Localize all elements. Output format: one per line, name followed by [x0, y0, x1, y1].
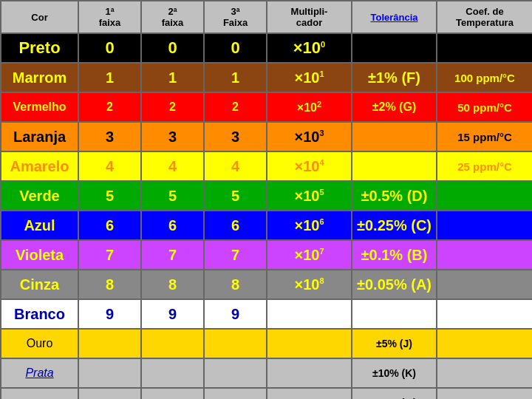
value-v2-vermelho: 2 — [141, 92, 204, 122]
tolerancia-ouro: ±5% (J) — [352, 329, 437, 358]
tolerancia-laranja — [352, 122, 437, 151]
multiplicador-verde: ×105 — [267, 181, 352, 211]
color-name-semcor: Sem cor — [1, 388, 78, 399]
header-1faixa: 1ªfaixa — [78, 1, 141, 33]
multiplicador-semcor — [267, 388, 352, 399]
multiplicador-prata — [267, 358, 352, 388]
color-name-branco: Branco — [1, 299, 78, 329]
value-v3-amarelo: 4 — [204, 151, 267, 181]
header-tolerancia: Tolerância — [352, 1, 437, 33]
value-v3-ouro — [204, 329, 267, 358]
header-multiplicador: Multipli-cador — [267, 1, 352, 33]
header-cor: Cor — [1, 1, 78, 33]
tolerancia-violeta: ±0.1% (B) — [352, 240, 437, 270]
multiplicador-branco — [267, 299, 352, 329]
color-name-violeta: Violeta — [1, 240, 78, 270]
table-row-preto: Preto000×100 — [1, 33, 532, 63]
value-v1-marrom: 1 — [78, 63, 141, 92]
value-v1-vermelho: 2 — [78, 92, 141, 122]
value-v1-ouro — [78, 329, 141, 358]
value-v1-preto: 0 — [78, 33, 141, 63]
color-name-cinza: Cinza — [1, 270, 78, 299]
table-row-vermelho: Vermelho222×102±2% (G)50 ppm/°C — [1, 92, 532, 122]
value-v3-branco: 9 — [204, 299, 267, 329]
value-v1-branco: 9 — [78, 299, 141, 329]
tolerancia-branco — [352, 299, 437, 329]
color-name-preto: Preto — [1, 33, 78, 63]
value-v1-verde: 5 — [78, 181, 141, 211]
tolerancia-vermelho: ±2% (G) — [352, 92, 437, 122]
color-name-azul: Azul — [1, 211, 78, 240]
table-row-ouro: Ouro±5% (J) — [1, 329, 532, 358]
tolerancia-preto — [352, 33, 437, 63]
value-v2-prata — [141, 358, 204, 388]
table-row-semcor: Sem cor±20% (M) — [1, 388, 532, 399]
multiplicador-preto: ×100 — [267, 33, 352, 63]
value-v3-violeta: 7 — [204, 240, 267, 270]
value-v2-verde: 5 — [141, 181, 204, 211]
value-v3-preto: 0 — [204, 33, 267, 63]
color-name-verde: Verde — [1, 181, 78, 211]
value-v1-laranja: 3 — [78, 122, 141, 151]
value-v2-ouro — [141, 329, 204, 358]
table-row-verde: Verde555×105±0.5% (D) — [1, 181, 532, 211]
value-v3-cinza: 8 — [204, 270, 267, 299]
value-v2-semcor — [141, 388, 204, 399]
header-3faixa: 3ªFaixa — [204, 1, 267, 33]
value-v1-violeta: 7 — [78, 240, 141, 270]
coef-azul — [437, 211, 532, 240]
multiplicador-marrom: ×101 — [267, 63, 352, 92]
value-v2-violeta: 7 — [141, 240, 204, 270]
coef-marrom: 100 ppm/°C — [437, 63, 532, 92]
table-row-amarelo: Amarelo444×10425 ppm/°C — [1, 151, 532, 181]
tolerancia-semcor: ±20% (M) — [352, 388, 437, 399]
coef-branco — [437, 299, 532, 329]
coef-semcor — [437, 388, 532, 399]
color-name-marrom: Marrom — [1, 63, 78, 92]
tolerancia-azul: ±0.25% (C) — [352, 211, 437, 240]
coef-prata — [437, 358, 532, 388]
value-v2-preto: 0 — [141, 33, 204, 63]
multiplicador-violeta: ×107 — [267, 240, 352, 270]
coef-cinza — [437, 270, 532, 299]
table-row-cinza: Cinza888×108±0.05% (A) — [1, 270, 532, 299]
coef-amarelo: 25 ppm/°C — [437, 151, 532, 181]
coef-preto — [437, 33, 532, 63]
table-row-marrom: Marrom111×101±1% (F)100 ppm/°C — [1, 63, 532, 92]
color-name-amarelo: Amarelo — [1, 151, 78, 181]
multiplicador-vermelho: ×102 — [267, 92, 352, 122]
tolerancia-cinza: ±0.05% (A) — [352, 270, 437, 299]
table-row-violeta: Violeta777×107±0.1% (B) — [1, 240, 532, 270]
table-row-branco: Branco999 — [1, 299, 532, 329]
table-row-azul: Azul666×106±0.25% (C) — [1, 211, 532, 240]
value-v2-laranja: 3 — [141, 122, 204, 151]
multiplicador-laranja: ×103 — [267, 122, 352, 151]
tolerancia-marrom: ±1% (F) — [352, 63, 437, 92]
value-v2-branco: 9 — [141, 299, 204, 329]
resistor-color-table: Cor 1ªfaixa 2ªfaixa 3ªFaixa Multipli-cad… — [0, 0, 532, 399]
tolerancia-verde: ±0.5% (D) — [352, 181, 437, 211]
multiplicador-cinza: ×108 — [267, 270, 352, 299]
value-v3-verde: 5 — [204, 181, 267, 211]
header-2faixa: 2ªfaixa — [141, 1, 204, 33]
value-v2-amarelo: 4 — [141, 151, 204, 181]
value-v2-cinza: 8 — [141, 270, 204, 299]
color-name-laranja: Laranja — [1, 122, 78, 151]
coef-vermelho: 50 ppm/°C — [437, 92, 532, 122]
value-v3-semcor — [204, 388, 267, 399]
value-v3-marrom: 1 — [204, 63, 267, 92]
coef-verde — [437, 181, 532, 211]
header-coef-temperatura: Coef. deTemperatura — [437, 1, 532, 33]
table-row-prata: Prata±10% (K) — [1, 358, 532, 388]
value-v1-azul: 6 — [78, 211, 141, 240]
tolerancia-prata: ±10% (K) — [352, 358, 437, 388]
multiplicador-ouro — [267, 329, 352, 358]
value-v3-prata — [204, 358, 267, 388]
coef-violeta — [437, 240, 532, 270]
table-row-laranja: Laranja333×10315 ppm/°C — [1, 122, 532, 151]
coef-laranja: 15 ppm/°C — [437, 122, 532, 151]
coef-ouro — [437, 329, 532, 358]
color-name-prata: Prata — [1, 358, 78, 388]
value-v3-laranja: 3 — [204, 122, 267, 151]
value-v3-vermelho: 2 — [204, 92, 267, 122]
